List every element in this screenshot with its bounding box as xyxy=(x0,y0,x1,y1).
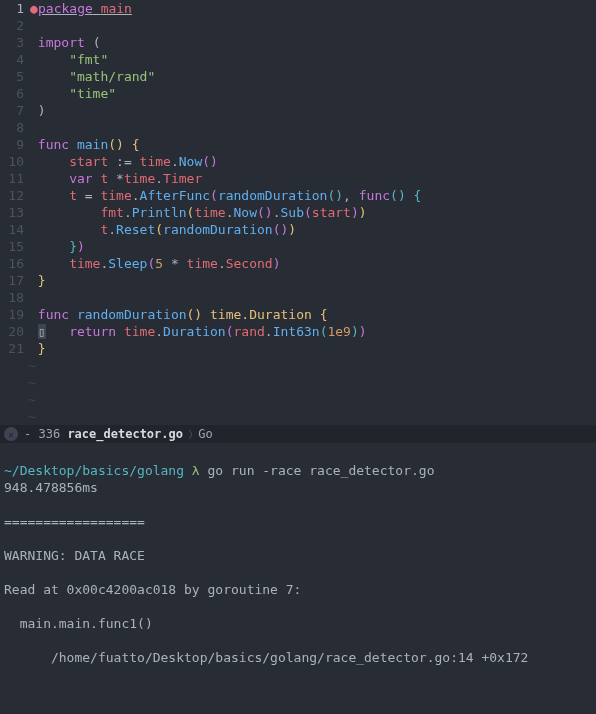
line-number: 12 xyxy=(0,187,30,204)
empty-line-tilde: ~ xyxy=(0,374,596,391)
code-line: 13 fmt.Println(time.Now().Sub(start)) xyxy=(0,204,596,221)
line-number: 18 xyxy=(0,289,30,306)
terminal-output xyxy=(4,683,592,700)
code-line: 10 start := time.Now() xyxy=(0,153,596,170)
terminal-output: /home/fuatto/Desktop/basics/golang/race_… xyxy=(4,649,592,666)
line-number: 11 xyxy=(0,170,30,187)
code-line: 21 } xyxy=(0,340,596,357)
code-line: 7 ) xyxy=(0,102,596,119)
error-icon[interactable]: ✕ xyxy=(4,427,18,441)
line-number: 19 xyxy=(0,306,30,323)
code-line: 2 xyxy=(0,17,596,34)
line-number: 20 xyxy=(0,323,30,340)
line-number: 16 xyxy=(0,255,30,272)
line-number: 15 xyxy=(0,238,30,255)
line-number: 2 xyxy=(0,17,30,34)
empty-line-tilde: ~ xyxy=(0,391,596,408)
status-dash: - xyxy=(24,426,31,443)
terminal-output: main.main.func1() xyxy=(4,615,592,632)
code-line: 8 xyxy=(0,119,596,136)
code-line: 4 "fmt" xyxy=(0,51,596,68)
code-line: 17 } xyxy=(0,272,596,289)
status-file[interactable]: race_detector.go xyxy=(67,426,183,443)
line-number: 3 xyxy=(0,34,30,51)
code-line: 5 "math/rand" xyxy=(0,68,596,85)
line-number: 17 xyxy=(0,272,30,289)
terminal-output: 948.478856ms xyxy=(4,479,592,496)
line-number: 13 xyxy=(0,204,30,221)
code-line: 9 func main() { xyxy=(0,136,596,153)
line-number: 21 xyxy=(0,340,30,357)
line-number: 14 xyxy=(0,221,30,238)
separator-icon: ❭ xyxy=(187,426,194,443)
code-line: 15 }) xyxy=(0,238,596,255)
terminal-output: ================== xyxy=(4,513,592,530)
code-line: 3 import ( xyxy=(0,34,596,51)
terminal-path: ~/Desktop/basics/golang xyxy=(4,463,184,478)
code-line: 20 ▯ return time.Duration(rand.Int63n(1e… xyxy=(0,323,596,340)
cursor: ▯ xyxy=(38,324,46,339)
status-lineno: 336 xyxy=(38,426,60,443)
code-line: 12 t = time.AfterFunc(randomDuration(), … xyxy=(0,187,596,204)
terminal-panel[interactable]: ~/Desktop/basics/golang λ go run -race r… xyxy=(0,443,596,714)
code-line: 16 time.Sleep(5 * time.Second) xyxy=(0,255,596,272)
line-number: 8 xyxy=(0,119,30,136)
code-editor[interactable]: 1●package main 2 3 import ( 4 "fmt" 5 "m… xyxy=(0,0,596,425)
code-line: 1●package main xyxy=(0,0,596,17)
code-line: 18 xyxy=(0,289,596,306)
terminal-command: go run -race race_detector.go xyxy=(208,463,435,478)
line-number: 4 xyxy=(0,51,30,68)
line-number: 5 xyxy=(0,68,30,85)
code-line: 19 func randomDuration() time.Duration { xyxy=(0,306,596,323)
empty-line-tilde: ~ xyxy=(0,408,596,425)
modified-icon: ● xyxy=(30,0,38,17)
line-number: 9 xyxy=(0,136,30,153)
line-number: 1 xyxy=(0,0,30,17)
line-number: 10 xyxy=(0,153,30,170)
code-line: 14 t.Reset(randomDuration()) xyxy=(0,221,596,238)
terminal-output: Read at 0x00c4200ac018 by goroutine 7: xyxy=(4,581,592,598)
line-number: 7 xyxy=(0,102,30,119)
code-line: 11 var t *time.Timer xyxy=(0,170,596,187)
code-line: 6 "time" xyxy=(0,85,596,102)
status-bar: ✕ - 336 race_detector.go ❭ Go xyxy=(0,425,596,443)
line-number: 6 xyxy=(0,85,30,102)
status-lang: Go xyxy=(198,426,212,443)
empty-line-tilde: ~ xyxy=(0,357,596,374)
terminal-output: WARNING: DATA RACE xyxy=(4,547,592,564)
terminal-prompt: λ xyxy=(192,463,200,478)
